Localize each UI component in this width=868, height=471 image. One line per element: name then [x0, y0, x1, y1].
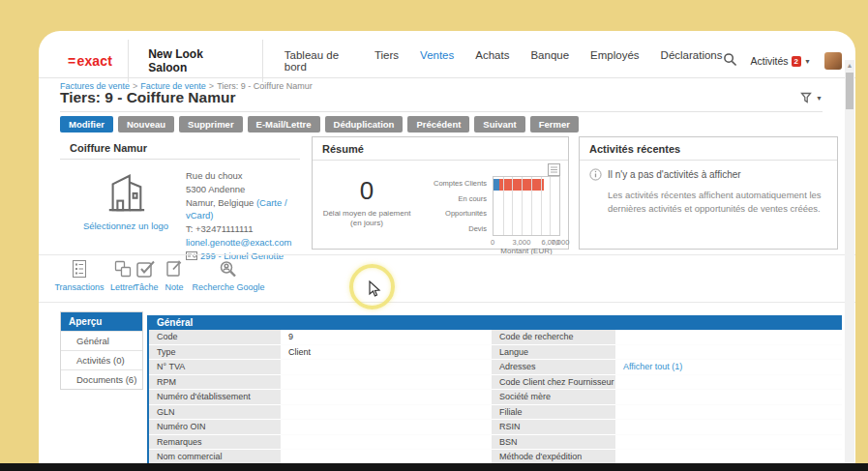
field-value — [281, 435, 492, 451]
field-value — [615, 390, 842, 405]
field-label: Langue — [492, 345, 615, 361]
resume-body: 0 Délai moyen de paiement (en jours) Com… — [313, 161, 568, 250]
field-label: Remarques — [149, 435, 281, 451]
empty-message: Il n'y a pas d'activités à afficher — [608, 169, 741, 180]
gridline — [512, 177, 513, 235]
chart-category-label: En cours — [421, 191, 491, 207]
x-tick-label: 7,000 — [552, 238, 570, 247]
field-label: RSIN — [492, 420, 615, 435]
field-value: 9 — [281, 330, 492, 345]
divider — [39, 254, 855, 255]
field-value — [281, 450, 492, 464]
field-value[interactable]: Afficher tout (1) — [615, 360, 842, 375]
field-value — [615, 405, 842, 421]
field-label: BSN — [492, 435, 615, 451]
modifier-button[interactable]: Modifier — [60, 116, 113, 132]
details-section-title: Général — [149, 315, 842, 330]
chart-category-labels: Comptes ClientsEn coursOpportunitésDevis — [421, 176, 491, 236]
field-value — [281, 360, 492, 375]
customer-body: Sélectionnez un logo Rue du choux 5300 A… — [60, 160, 300, 249]
field-value — [615, 330, 842, 345]
scrollbar-thumb[interactable] — [846, 73, 853, 109]
main-nav: Tableau de bordTiersVentesAchatsBanqueEm… — [284, 49, 723, 73]
field-label: Code — [149, 330, 281, 345]
field-value — [281, 420, 492, 435]
supprimer-button[interactable]: Supprimer — [179, 116, 243, 132]
field-label: Code Client chez Fournisseur — [492, 375, 615, 391]
field-label: Nom commercial — [149, 450, 281, 464]
address-line-3: Namur, Belgique (Carte / vCard) — [186, 196, 300, 223]
field-value — [615, 420, 842, 435]
fermer-button[interactable]: Fermer — [530, 116, 579, 132]
nouveau-button[interactable]: Nouveau — [118, 116, 174, 132]
user-avatar[interactable] — [824, 52, 842, 70]
activities-menu[interactable]: Activités 2 ▼ — [751, 55, 811, 67]
view-options[interactable]: ▼ — [800, 92, 823, 103]
gridline — [503, 177, 504, 235]
nav-tab-employés[interactable]: Employés — [590, 49, 640, 73]
activities-badge: 2 — [792, 56, 801, 67]
field-value: Client — [281, 345, 492, 361]
field-value — [615, 375, 842, 391]
nav-tab-tableau-de-bord[interactable]: Tableau de bord — [284, 49, 353, 73]
logo-placeholder[interactable]: Sélectionnez un logo — [77, 171, 174, 231]
company-name[interactable]: New Look Saloon — [128, 40, 263, 82]
field-label: Adresses — [492, 360, 615, 375]
details-grid: Code9Code de rechercheTypeClientLangueN°… — [149, 330, 842, 464]
search-icon[interactable] — [723, 52, 737, 71]
vertical-scrollbar[interactable]: ▲ — [845, 60, 854, 463]
field-label: Type — [149, 345, 281, 361]
field-label: Filiale — [492, 405, 615, 421]
chevron-down-icon: ▼ — [816, 95, 823, 102]
x-tick-label: 3,000 — [513, 238, 531, 247]
field-label: N° TVA — [149, 360, 281, 375]
amount-bar-chart: Comptes ClientsEn coursOpportunitésDevis… — [421, 176, 562, 250]
suivant-button[interactable]: Suivant — [474, 116, 524, 132]
activities-title: Activités récentes — [580, 137, 837, 161]
sidebar-item-activit-s-0-[interactable]: Activités (0) — [61, 350, 142, 369]
exact-logo-text: exact — [76, 53, 112, 69]
page-title: Tiers: 9 - Coiffure Namur — [60, 89, 235, 106]
select-logo-link[interactable]: Sélectionnez un logo — [77, 221, 174, 231]
metric-value: 0 — [318, 176, 415, 206]
show-all-link[interactable]: Afficher tout (1) — [623, 362, 682, 371]
exact-logo[interactable]: =exact — [68, 53, 112, 69]
field-label: Méthode d'expédition — [492, 450, 615, 464]
scroll-up-arrow[interactable]: ▲ — [846, 62, 853, 70]
activities-label: Activités — [751, 55, 789, 67]
field-label: Code de recherche — [492, 330, 615, 345]
sidebar-items: GénéralActivités (0)Documents (6) — [61, 331, 142, 389]
e-mail-lettre-button[interactable]: E-Mail/Lettre — [248, 116, 320, 132]
nav-tab-banque[interactable]: Banque — [530, 49, 569, 73]
gridline — [531, 177, 532, 235]
gridline — [541, 177, 542, 235]
address-line-2: 5300 Andenne — [186, 183, 300, 196]
field-label: Société mère — [492, 390, 615, 405]
chart-category-label: Devis — [421, 221, 491, 237]
pr-c-dent-button[interactable]: Précédent — [407, 116, 469, 132]
nav-tab-achats[interactable]: Achats — [475, 49, 509, 73]
resume-panel: Résumé 0 Délai moyen de paiement (en jou… — [312, 136, 569, 250]
field-value — [281, 405, 492, 421]
quick-actions-row: TransactionsLettrerTâcheNoteRecherche Go… — [39, 259, 855, 300]
email-link[interactable]: lionel.genotte@exact.com — [186, 236, 300, 250]
d-duplication-button[interactable]: Déduplication — [325, 116, 404, 132]
sidebar-item-documents-6-[interactable]: Documents (6) — [61, 369, 142, 389]
overview-sidebar: Aperçu GénéralActivités (0)Documents (6) — [60, 311, 143, 390]
general-details-section: Général Code9Code de rechercheTypeClient… — [147, 315, 842, 464]
field-value — [615, 345, 842, 361]
empty-state: Il n'y a pas d'activités à afficher — [589, 168, 827, 181]
nav-tab-ventes[interactable]: Ventes — [420, 49, 454, 73]
sidebar-item-g-n-ral[interactable]: Général — [61, 331, 142, 350]
activities-body: Il n'y a pas d'activités à afficher Les … — [580, 161, 837, 224]
field-label: Numéro d'établissement — [149, 390, 281, 405]
address-line-1: Rue du choux — [186, 169, 300, 183]
payment-delay-metric: 0 Délai moyen de paiement (en jours) — [318, 176, 415, 229]
chart-category-label: Opportunités — [421, 206, 491, 221]
action-recherche-google[interactable]: Recherche Google — [185, 259, 272, 292]
recent-activities-panel: Activités récentes Il n'y a pas d'activi… — [579, 136, 838, 250]
building-icon — [101, 171, 151, 214]
nav-tab-tiers[interactable]: Tiers — [374, 49, 399, 73]
sidebar-header: Aperçu — [61, 312, 142, 331]
nav-tab-déclarations[interactable]: Déclarations — [661, 49, 723, 73]
